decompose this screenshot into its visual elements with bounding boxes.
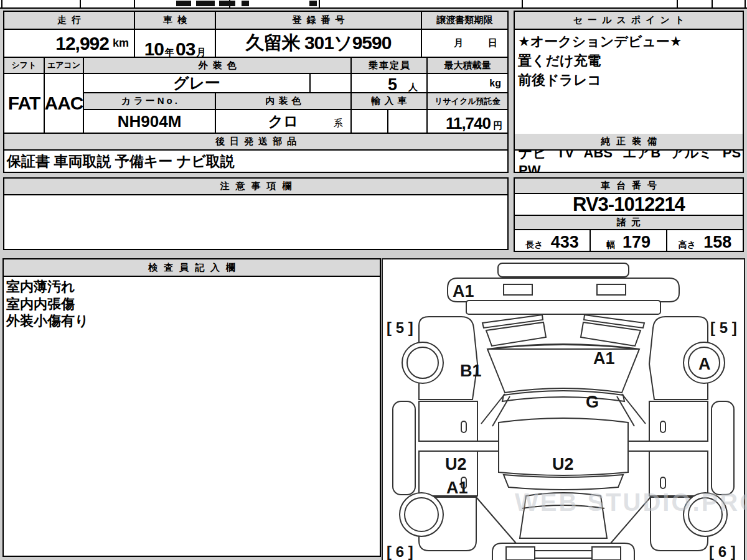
front-bumper bbox=[448, 278, 679, 302]
right-sill bbox=[712, 401, 734, 495]
damage-label-right-front-wheel: A bbox=[698, 355, 711, 373]
transfer-deadline-value-cell: 月 日 bbox=[422, 30, 507, 58]
damage-label-left-fender: B1 bbox=[460, 362, 482, 380]
cutoff-grid-line bbox=[745, 0, 746, 7]
rear-light-left bbox=[506, 547, 535, 560]
tire-label-rear-right: [ 6 ] bbox=[709, 543, 736, 560]
import-car-value-cell-2 bbox=[388, 110, 428, 134]
mileage-value-cell: 12,992 km bbox=[4, 30, 135, 58]
import-car-value-cell-1 bbox=[352, 110, 388, 134]
cutoff-table-row bbox=[0, 0, 747, 9]
cutoff-text-fragment bbox=[309, 1, 317, 6]
damage-label-left-rear-door-upper: U2 bbox=[445, 455, 467, 474]
front-bumper-lower bbox=[466, 301, 660, 314]
shift-value: FAT bbox=[4, 74, 45, 134]
exterior-color-empty-cell bbox=[311, 74, 352, 93]
color-no-header: カラーNo. bbox=[84, 93, 216, 110]
cutoff-grid-line bbox=[522, 0, 523, 7]
max-load-header: 最大積載量 bbox=[428, 58, 507, 74]
cutoff-text-fragment bbox=[219, 1, 235, 6]
rear-window-band bbox=[504, 475, 623, 490]
front-plate-bar bbox=[498, 263, 629, 277]
damage-label-cowl: G bbox=[586, 393, 599, 411]
right-front-door bbox=[649, 401, 708, 441]
height-cell: 高さ 158 bbox=[667, 230, 743, 251]
tire-label-rear-left: [ 6 ] bbox=[387, 543, 413, 560]
inspection-year-unit: 年 bbox=[165, 47, 174, 58]
damage-label-hood: A1 bbox=[593, 349, 615, 368]
tire-label-front-right: [ 5 ] bbox=[710, 319, 737, 336]
recycle-deposit-value: 11,740 bbox=[446, 114, 491, 133]
mileage-value: 12,992 bbox=[55, 33, 109, 54]
interior-color-value: クロ bbox=[268, 111, 298, 131]
left-front-door-handle bbox=[461, 421, 466, 432]
exterior-color-header: 外装色 bbox=[84, 58, 352, 74]
inspection-month-unit: 月 bbox=[196, 47, 205, 58]
sales-points-panel: セールスポイント ★オークションデビュー★ 置くだけ充電 前後ドラレコ 純正装備… bbox=[514, 11, 744, 173]
rear-bumper-bar bbox=[535, 551, 592, 558]
transfer-deadline-header: 譲渡書類期限 bbox=[422, 12, 507, 30]
interior-color-suffix: 系 bbox=[334, 118, 343, 129]
damage-label-roof: U2 bbox=[552, 455, 574, 474]
width-value: 179 bbox=[622, 233, 651, 251]
cutoff-grid-line bbox=[677, 0, 678, 7]
length-label: 長さ bbox=[525, 240, 543, 251]
cutoff-text-fragment bbox=[196, 1, 215, 6]
cutoff-grid-line bbox=[712, 0, 713, 7]
length-value: 433 bbox=[551, 233, 579, 251]
notes-box: 注意事項欄 bbox=[3, 177, 509, 250]
dimensions-header: 諸元 bbox=[515, 216, 743, 230]
cutoff-text-fragment bbox=[242, 1, 249, 6]
hood bbox=[487, 344, 639, 393]
right-rear-door-handle bbox=[660, 477, 665, 488]
bumper-cutout-left bbox=[504, 284, 532, 295]
left-sill bbox=[393, 401, 415, 495]
length-cell: 長さ 433 bbox=[515, 230, 591, 251]
cutoff-grid-line bbox=[80, 0, 81, 7]
tailgate bbox=[520, 493, 607, 538]
max-load-unit: kg bbox=[489, 78, 501, 89]
recycle-deposit-header: リサイクル預託金 bbox=[428, 93, 507, 110]
bumper-cutout-right bbox=[597, 284, 626, 295]
cutoff-text-fragment bbox=[176, 1, 191, 6]
inspector-body: 室内薄汚れ 室内内張傷 外装小傷有り bbox=[4, 277, 380, 556]
inspector-line: 室内薄汚れ bbox=[6, 278, 377, 296]
later-parts-value: 保証書 車両取説 予備キー ナビ取説 bbox=[4, 151, 507, 172]
sales-points-body: ★オークションデビュー★ 置くだけ充電 前後ドラレコ bbox=[515, 30, 743, 134]
max-load-value-cell: kg bbox=[428, 74, 507, 93]
chassis-value: RV3-1012214 bbox=[515, 194, 743, 216]
interior-color-value-cell: クロ 系 bbox=[216, 110, 352, 134]
car-damage-diagram: A1 [ 5 ] [ 5 ] B1 A1 A G U2 U2 A1 [ 6 ] … bbox=[382, 258, 745, 560]
capacity-value: 5 bbox=[388, 75, 397, 93]
front-left-rim bbox=[407, 347, 438, 378]
vehicle-info-table: 走行 車検 登録番号 譲渡書類期限 12,992 km 10 年 03 月 久留… bbox=[3, 11, 509, 173]
cutoff-grid-line bbox=[1, 0, 2, 7]
inspection-year: 10 bbox=[144, 39, 164, 58]
transfer-month-unit: 月 bbox=[454, 37, 463, 49]
inspection-month: 03 bbox=[176, 39, 195, 58]
transfer-day-unit: 日 bbox=[488, 37, 497, 49]
width-cell: 幅 179 bbox=[591, 230, 667, 251]
capacity-value-cell: 5 人 bbox=[352, 74, 428, 93]
tire-label-front-left: [ 5 ] bbox=[387, 319, 413, 336]
right-rear-door bbox=[649, 451, 708, 496]
later-parts-header: 後日発送部品 bbox=[4, 134, 507, 151]
interior-color-header: 内装色 bbox=[216, 93, 352, 110]
notes-body bbox=[4, 195, 507, 249]
capacity-unit: 人 bbox=[408, 82, 418, 93]
right-front-door-handle bbox=[660, 421, 665, 432]
shift-header: シフト bbox=[4, 58, 45, 74]
equipment-value: ナビ TV ABS エアB アルミ PS PW bbox=[515, 151, 743, 172]
exterior-color-value: グレー bbox=[84, 74, 311, 93]
recycle-deposit-unit: 円 bbox=[493, 120, 502, 132]
capacity-header: 乗車定員 bbox=[352, 58, 428, 74]
inspector-box: 検査員記入欄 室内薄汚れ 室内内張傷 外装小傷有り bbox=[2, 258, 381, 557]
aircon-header: エアコン bbox=[45, 58, 84, 74]
cowl-band bbox=[502, 391, 624, 401]
color-no-value: NH904M bbox=[84, 110, 216, 134]
cutoff-grid-line bbox=[319, 0, 320, 7]
import-car-header: 輸入車 bbox=[352, 93, 428, 110]
auction-sheet-page: { "info": { "mileage": {"label": "走行", "… bbox=[0, 0, 747, 560]
left-front-door bbox=[419, 401, 477, 441]
car-diagram-svg: A1 [ 5 ] [ 5 ] B1 A1 A G U2 U2 A1 [ 6 ] … bbox=[383, 259, 744, 560]
